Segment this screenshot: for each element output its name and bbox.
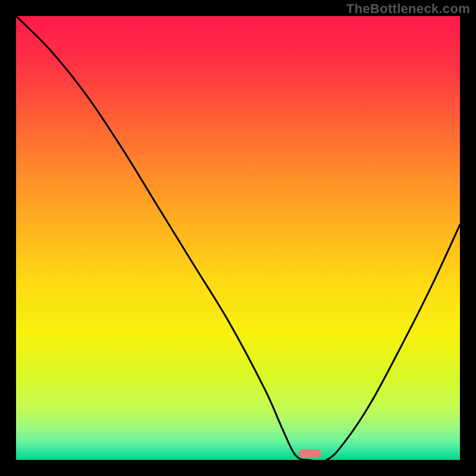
bottleneck-curve	[16, 16, 460, 460]
optimal-marker	[299, 449, 321, 458]
watermark-text: TheBottleneck.com	[346, 1, 470, 17]
chart-frame: TheBottleneck.com	[0, 0, 476, 476]
plot-area	[16, 16, 460, 460]
